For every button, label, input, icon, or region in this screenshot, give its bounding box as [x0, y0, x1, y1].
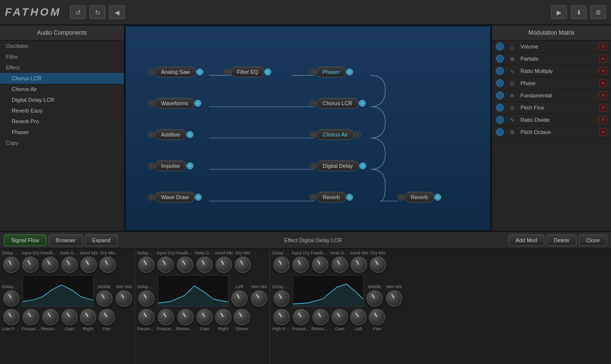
node-phaser[interactable]: Phaser: [309, 67, 353, 77]
knob-freq-3[interactable]: [293, 309, 309, 325]
knob-res-2[interactable]: [177, 309, 194, 325]
mod-circle[interactable]: [496, 43, 504, 50]
knob-gain-1[interactable]: [61, 309, 78, 325]
undo-button[interactable]: ↺: [70, 5, 86, 19]
node-connector-in[interactable]: [148, 100, 155, 107]
knob-res-3[interactable]: [312, 309, 329, 325]
node-connector-in[interactable]: [309, 162, 316, 169]
knob-gain-2[interactable]: [196, 309, 213, 325]
knob-input-dry-3[interactable]: [292, 256, 309, 273]
node-connector-out[interactable]: [196, 68, 203, 75]
record-button[interactable]: ⬇: [571, 5, 587, 19]
node-connector-out[interactable]: [346, 194, 353, 201]
node-connector-out[interactable]: [354, 131, 361, 138]
node-connector-out[interactable]: [346, 68, 353, 75]
knob-dry-mix-1[interactable]: [99, 256, 116, 273]
mod-remove-button[interactable]: ✕: [599, 67, 607, 75]
mod-remove-button[interactable]: ✕: [599, 116, 607, 124]
add-mod-button[interactable]: Add Mod: [508, 234, 544, 246]
knob-stereo[interactable]: [234, 309, 250, 325]
knob-parametric[interactable]: [138, 309, 155, 325]
node-connector-out[interactable]: [264, 68, 271, 75]
node-connector-in[interactable]: [309, 131, 316, 138]
knob-delay-beat-2[interactable]: [138, 256, 155, 273]
knob-middle-3[interactable]: [366, 290, 383, 307]
tree-chorus-lcr[interactable]: Chorus LCR: [0, 73, 124, 84]
knob-delay-time-2[interactable]: [138, 290, 155, 307]
browser-button[interactable]: Browser: [48, 234, 83, 246]
knob-highpass[interactable]: [273, 309, 290, 325]
node-connector-out[interactable]: [187, 162, 193, 169]
knob-note-gate-2[interactable]: [196, 256, 213, 273]
node-connector-in[interactable]: [148, 194, 155, 201]
mod-remove-button[interactable]: ✕: [599, 55, 607, 63]
node-connector-out[interactable]: [187, 131, 193, 138]
node-connector-out[interactable]: [359, 100, 366, 107]
node-chorus-lcr[interactable]: Chorus LCR: [309, 98, 366, 109]
back-button[interactable]: ◀: [109, 5, 125, 19]
node-waveforms[interactable]: Waveforms: [148, 98, 201, 109]
knob-dry-mix-3[interactable]: [370, 256, 386, 273]
mod-circle[interactable]: [496, 128, 504, 136]
expand-button[interactable]: Expand: [85, 234, 118, 246]
redo-button[interactable]: ↻: [90, 5, 105, 19]
knob-left-3[interactable]: [350, 309, 367, 325]
node-reverb1[interactable]: Reverb: [309, 192, 353, 203]
knob-right-1[interactable]: [80, 309, 96, 325]
close-button[interactable]: Close: [579, 234, 607, 246]
mod-circle[interactable]: [496, 79, 504, 87]
node-chorus-air[interactable]: Chorus Air: [309, 129, 361, 140]
knob-res-1[interactable]: [42, 309, 59, 325]
tree-effect[interactable]: Effect: [0, 62, 124, 73]
node-wave-draw[interactable]: Wave Draw: [148, 192, 202, 203]
mod-circle[interactable]: [496, 67, 504, 75]
knob-delay-beat-1[interactable]: [3, 256, 20, 273]
node-connector-in[interactable]: [148, 162, 155, 169]
mod-remove-button[interactable]: ✕: [599, 91, 607, 99]
knob-delay-time-1[interactable]: [3, 290, 20, 307]
mod-circle[interactable]: [496, 55, 504, 63]
node-connector-in[interactable]: [398, 194, 404, 201]
tree-phaser[interactable]: Phaser: [0, 127, 124, 137]
knob-lowpass[interactable]: [3, 309, 20, 325]
knob-wet-mix-1[interactable]: [116, 290, 132, 307]
mod-circle[interactable]: [496, 116, 504, 124]
node-connector-out[interactable]: [194, 100, 201, 107]
node-connector-in[interactable]: [309, 100, 316, 107]
knob-pan-1[interactable]: [98, 309, 115, 325]
knob-send-mix-2[interactable]: [215, 256, 232, 273]
mod-remove-button[interactable]: ✕: [599, 128, 607, 136]
knob-left-2[interactable]: [231, 290, 248, 307]
knob-send-mix-3[interactable]: [351, 256, 367, 273]
mod-circle[interactable]: [496, 91, 504, 99]
knob-send-mix-1[interactable]: [80, 256, 97, 273]
knob-freq-2[interactable]: [158, 309, 174, 325]
knob-wet-mix-2[interactable]: [251, 290, 267, 307]
tree-reverb-pro[interactable]: Reverb Pro: [0, 116, 124, 127]
knob-gain-3[interactable]: [331, 309, 348, 325]
node-connector-out[interactable]: [359, 162, 366, 169]
tree-oscillator[interactable]: Oscillator: [0, 41, 124, 51]
signal-flow-button[interactable]: Signal Flow: [4, 234, 47, 246]
mod-circle[interactable]: [496, 104, 504, 112]
knob-right-2[interactable]: [215, 309, 232, 325]
node-connector-in[interactable]: [309, 68, 316, 75]
settings-button[interactable]: ⚙: [590, 5, 606, 19]
knob-middle-1[interactable]: [96, 290, 113, 307]
knob-input-dry-1[interactable]: [22, 256, 39, 273]
knob-feedback-3[interactable]: [312, 256, 329, 273]
knob-delay-time-3[interactable]: [273, 290, 290, 307]
node-filter-eq[interactable]: Filter EQ: [224, 67, 271, 77]
tree-reverb-easy[interactable]: Reverb Easy: [0, 105, 124, 116]
tree-chorus-air[interactable]: Chorus Air: [0, 84, 124, 94]
node-connector-in[interactable]: [224, 68, 231, 75]
knob-wet-mix-3[interactable]: [386, 290, 402, 307]
node-connector-in[interactable]: [148, 68, 155, 75]
node-additive[interactable]: Additive: [148, 129, 193, 140]
node-reverb2[interactable]: Reverb: [398, 192, 441, 203]
mod-remove-button[interactable]: ✕: [599, 79, 607, 87]
knob-input-dry-2[interactable]: [157, 256, 174, 273]
knob-note-gate-1[interactable]: [61, 256, 78, 273]
knob-pan-3[interactable]: [369, 309, 385, 325]
node-impulse[interactable]: Impulse: [148, 160, 193, 171]
